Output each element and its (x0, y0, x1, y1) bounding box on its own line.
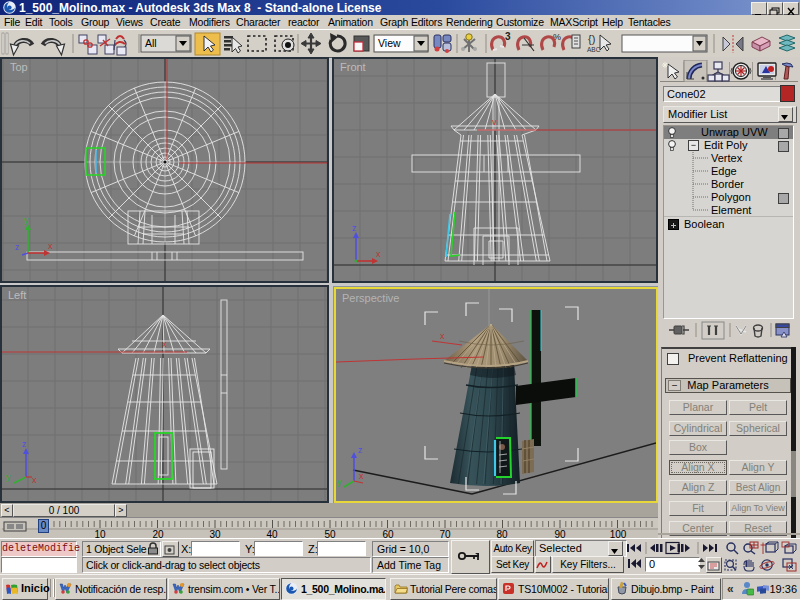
svg-text:Left: Left (8, 289, 26, 301)
svg-text:v: v (492, 117, 497, 127)
svg-text:x: x (359, 471, 364, 481)
svg-text:x: x (162, 339, 167, 349)
svg-text:z: z (358, 445, 363, 455)
svg-text:y: y (337, 477, 342, 487)
svg-text:3: 3 (505, 31, 511, 42)
svg-text:y: y (6, 472, 11, 482)
svg-text:ABC: ABC (587, 46, 601, 53)
svg-text:x: x (440, 331, 445, 341)
svg-text:z: z (15, 242, 20, 252)
svg-text:Perspective: Perspective (342, 292, 399, 304)
svg-text:All: All (145, 37, 157, 49)
svg-text:%: % (553, 32, 561, 42)
svg-text:x: x (376, 249, 381, 259)
svg-text:x: x (32, 475, 37, 485)
svg-text:z: z (22, 439, 27, 449)
svg-text:Front: Front (340, 61, 366, 73)
svg-text:View: View (378, 37, 401, 49)
svg-text:Top: Top (10, 61, 28, 73)
svg-text:z: z (352, 223, 357, 233)
svg-text:{): {) (588, 33, 595, 45)
svg-text:y: y (24, 215, 29, 225)
svg-text:x: x (48, 241, 53, 251)
